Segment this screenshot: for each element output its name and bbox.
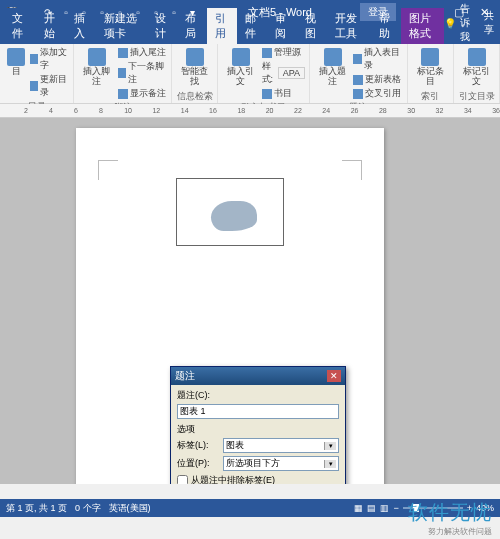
style-dropdown[interactable]: 样式:APA — [262, 60, 305, 86]
tell-me-icon[interactable]: 💡 — [444, 18, 456, 29]
word-count[interactable]: 0 个字 — [75, 502, 101, 515]
toc-button[interactable]: 目 — [4, 46, 28, 79]
caption-section-label: 题注(C): — [177, 389, 339, 402]
margin-corner — [98, 160, 118, 180]
tab-developer[interactable]: 开发工具 — [327, 8, 371, 44]
inserted-image[interactable] — [176, 178, 284, 246]
insert-footnote-button[interactable]: 插入脚注 — [78, 46, 115, 89]
insert-tof-button[interactable]: 插入表目录 — [353, 46, 403, 72]
image-shape-icon — [211, 201, 257, 231]
manage-sources-button[interactable]: 管理源 — [262, 46, 305, 59]
show-notes-button[interactable]: 显示备注 — [118, 87, 168, 100]
label-dropdown[interactable]: 图表▾ — [223, 438, 339, 453]
update-table-button[interactable]: 更新表格 — [353, 73, 403, 86]
group-footnotes: 插入脚注 插入尾注 下一条脚注 显示备注 脚注 — [74, 44, 172, 103]
tab-review[interactable]: 审阅 — [267, 8, 297, 44]
position-field-label: 位置(P): — [177, 457, 219, 470]
exclude-label-checkbox[interactable]: 从题注中排除标签(E) — [177, 474, 339, 484]
watermark-subtitle: 努力解决软件问题 — [408, 526, 492, 537]
group-authorities: 标记引文 引文目录 — [454, 44, 500, 103]
document-area: 24681012141618202224262830323436 题注 ✕ 题注… — [0, 104, 500, 484]
caption-dialog: 题注 ✕ 题注(C): 选项 标签(L): 图表▾ 位置(P): 所选项目下方▾… — [170, 366, 346, 484]
view-web-icon[interactable]: ▥ — [380, 503, 389, 513]
view-print-icon[interactable]: ▦ — [354, 503, 363, 513]
dialog-close-icon[interactable]: ✕ — [327, 370, 341, 382]
caption-input[interactable] — [177, 404, 339, 419]
group-label: 索引 — [412, 89, 449, 103]
group-citations: 插入引文 管理源 样式:APA 书目 引文与书目 — [218, 44, 310, 103]
group-research: 智能查找 信息检索 — [172, 44, 218, 103]
mark-entry-button[interactable]: 标记条目 — [412, 46, 449, 89]
tab-mailings[interactable]: 邮件 — [237, 8, 267, 44]
group-label: 引文目录 — [458, 89, 495, 103]
ribbon-panel: 目 添加文字 更新目录 目录 插入脚注 插入尾注 下一条脚注 显示备注 脚注 智… — [0, 44, 500, 104]
tab-insert[interactable]: 插入 — [66, 8, 96, 44]
insert-endnote-button[interactable]: 插入尾注 — [118, 46, 168, 59]
tab-home[interactable]: 开始 — [36, 8, 66, 44]
options-header: 选项 — [177, 423, 339, 436]
watermark: 软件无忧 努力解决软件问题 — [408, 499, 492, 537]
tab-picture-format[interactable]: 图片格式 — [401, 8, 445, 44]
insert-caption-button[interactable]: 插入题注 — [314, 46, 351, 89]
tab-references[interactable]: 引用 — [207, 8, 237, 44]
tab-file[interactable]: 文件 — [2, 8, 36, 44]
group-index: 标记条目 索引 — [408, 44, 454, 103]
dialog-titlebar[interactable]: 题注 ✕ — [171, 367, 345, 385]
tab-help[interactable]: 帮助 — [371, 8, 401, 44]
tab-custom[interactable]: 新建选项卡 — [96, 8, 147, 44]
next-footnote-button[interactable]: 下一条脚注 — [118, 60, 168, 86]
group-label: 信息检索 — [176, 89, 213, 103]
bibliography-button[interactable]: 书目 — [262, 87, 305, 100]
horizontal-ruler[interactable]: 24681012141618202224262830323436 — [0, 104, 500, 118]
label-field-label: 标签(L): — [177, 439, 219, 452]
view-read-icon[interactable]: ▤ — [367, 503, 376, 513]
update-toc-button[interactable]: 更新目录 — [30, 73, 69, 99]
tab-layout[interactable]: 布局 — [177, 8, 207, 44]
tab-design[interactable]: 设计 — [147, 8, 177, 44]
ribbon-tabs: 文件 开始 插入 新建选项卡 设计 布局 引用 邮件 审阅 视图 开发工具 帮助… — [0, 24, 500, 44]
tab-view[interactable]: 视图 — [297, 8, 327, 44]
cross-ref-button[interactable]: 交叉引用 — [353, 87, 403, 100]
chevron-down-icon[interactable]: ▾ — [324, 442, 336, 450]
watermark-logo: 软件无忧 — [408, 499, 492, 526]
add-text-button[interactable]: 添加文字 — [30, 46, 69, 72]
exclude-checkbox-input[interactable] — [177, 475, 188, 484]
language-status[interactable]: 英语(美国) — [109, 502, 151, 515]
tell-me-label[interactable]: 告诉我 — [460, 2, 472, 44]
group-toc: 目 添加文字 更新目录 目录 — [0, 44, 74, 103]
mark-citation-button[interactable]: 标记引文 — [458, 46, 495, 89]
group-captions: 插入题注 插入表目录 更新表格 交叉引用 题注 — [310, 44, 408, 103]
chevron-down-icon[interactable]: ▾ — [324, 460, 336, 468]
dialog-title: 题注 — [175, 369, 195, 383]
insert-citation-button[interactable]: 插入引文 — [222, 46, 259, 89]
zoom-out-icon[interactable]: − — [393, 503, 398, 513]
position-dropdown[interactable]: 所选项目下方▾ — [223, 456, 339, 471]
margin-corner — [342, 160, 362, 180]
smart-lookup-button[interactable]: 智能查找 — [176, 46, 213, 89]
share-button[interactable]: 共享 — [484, 9, 494, 37]
page-status[interactable]: 第 1 页, 共 1 页 — [6, 502, 67, 515]
